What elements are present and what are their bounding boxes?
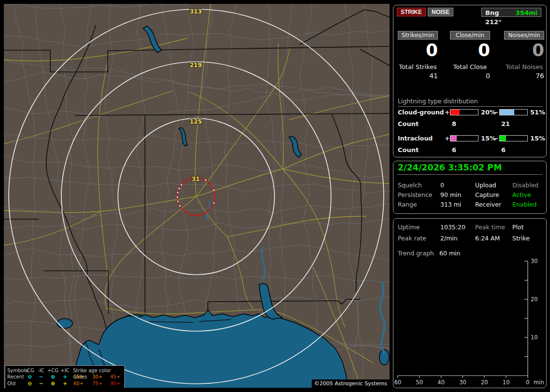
plus-sign: + bbox=[445, 109, 449, 116]
svg-text:10: 10 bbox=[531, 334, 538, 341]
strike-toggle-button[interactable]: STRIKE bbox=[397, 8, 426, 16]
pos-ic-old-icon: + bbox=[58, 380, 72, 387]
trend-graph: 1020306050403020100min bbox=[393, 219, 546, 387]
plus-sign: + bbox=[445, 135, 449, 142]
svg-text:30: 30 bbox=[459, 379, 466, 386]
receiver-label: Receiver bbox=[475, 201, 501, 208]
minus-sign: − bbox=[493, 135, 498, 142]
squelch-label: Squelch bbox=[398, 182, 422, 189]
age-75: 75+ bbox=[92, 380, 102, 387]
neg-ic-recent-icon: − bbox=[35, 374, 47, 380]
legend-col-neg-ic: -IC bbox=[35, 367, 47, 374]
receiver-status: Enabled bbox=[512, 201, 537, 208]
total-close-label: Total Close bbox=[450, 63, 490, 70]
ic-minus-bar bbox=[499, 135, 528, 141]
cg-minus-bar bbox=[499, 109, 528, 115]
strikes-per-min-chip[interactable]: Strikes/min bbox=[398, 31, 438, 40]
upload-label: Upload bbox=[475, 182, 496, 189]
svg-text:min: min bbox=[534, 379, 544, 386]
ring-label-219: 219 bbox=[189, 62, 202, 69]
neg-cg-old-icon: ⊖ bbox=[24, 380, 36, 387]
legend-col-pos-ic: +IC bbox=[58, 367, 72, 374]
bearing-readout: Bng 212° 354mi bbox=[481, 8, 541, 17]
strikes-per-min-value: 0 bbox=[398, 42, 438, 58]
datetime-display: 2/24/2026 3:35:02 PM bbox=[398, 163, 502, 172]
cg-minus-count: 21 bbox=[501, 120, 510, 127]
cg-plus-bar bbox=[450, 109, 478, 115]
range-row: Range 313 mi Receiver Enabled bbox=[398, 201, 543, 208]
copyright-notice: ©2005 Astrogenic Systems bbox=[312, 379, 390, 388]
total-close-value: 0 bbox=[450, 72, 490, 80]
svg-text:20: 20 bbox=[531, 296, 538, 303]
ring-label-313: 313 bbox=[189, 8, 202, 15]
ic-plus-bar bbox=[450, 135, 478, 141]
squelch-value: 0 bbox=[440, 182, 444, 189]
small-lake bbox=[57, 319, 72, 328]
total-strikes-value: 41 bbox=[398, 72, 438, 80]
legend-recent-row: Recent ⊖ − ⊕ + 15+ 30+ 45+ bbox=[5, 374, 124, 380]
legend-col-neg-cg: -CG bbox=[24, 367, 36, 374]
pos-cg-recent-icon: ⊕ bbox=[46, 374, 59, 380]
noises-per-min-chip[interactable]: Noises/min bbox=[504, 31, 544, 40]
legend-old-row: Old ⊖ − ⊕ + 60+ 75+ 90+ bbox=[5, 380, 124, 387]
age-15: 15+ bbox=[73, 374, 84, 380]
cloud-ground-row: Cloud-ground + 20% − 51% bbox=[398, 109, 543, 116]
persistence-value: 90 min bbox=[440, 191, 461, 198]
trend-panel: Uptime 1035:20 Peak time Plot Peak rate … bbox=[393, 218, 547, 388]
intracloud-label: Intracloud bbox=[398, 135, 433, 142]
ic-minus-pct: 15% bbox=[530, 135, 545, 142]
range-label: Range bbox=[398, 201, 417, 208]
squelch-row: Squelch 0 Upload Disabled bbox=[398, 182, 543, 189]
ring-label-125: 125 bbox=[189, 118, 202, 125]
lightning-map[interactable]: 313 219 125 31 Symbols -CG -IC +CG +IC S… bbox=[4, 4, 390, 388]
ic-plus-count: 6 bbox=[452, 146, 456, 154]
pos-cg-old-icon: ⊕ bbox=[46, 380, 59, 387]
bearing-value: Bng 212° bbox=[485, 8, 516, 16]
noises-per-min-value: 0 bbox=[504, 42, 544, 58]
legend-old-label: Old bbox=[7, 380, 15, 387]
settings-panel: 2/24/2026 3:35:02 PM Squelch 0 Upload Di… bbox=[393, 161, 547, 214]
svg-text:10: 10 bbox=[503, 379, 510, 386]
ring-label-31: 31 bbox=[192, 176, 200, 182]
cloud-ground-label: Cloud-ground bbox=[398, 109, 444, 116]
legend-col-pos-cg: +CG bbox=[46, 367, 59, 374]
ic-minus-count: 6 bbox=[501, 146, 506, 154]
age-30: 30+ bbox=[92, 374, 102, 380]
bearing-range: 354mi bbox=[516, 8, 537, 16]
neg-ic-old-icon: − bbox=[35, 380, 47, 387]
map-legend: Symbols -CG -IC +CG +IC Strike age color… bbox=[5, 365, 125, 388]
total-strikes-label: Total Strikes bbox=[398, 63, 438, 70]
close-per-min-chip[interactable]: Close/min bbox=[450, 31, 490, 40]
svg-text:20: 20 bbox=[481, 379, 488, 386]
minus-sign: − bbox=[493, 109, 498, 116]
svg-text:50: 50 bbox=[416, 379, 423, 386]
cg-plus-count: 8 bbox=[452, 120, 456, 127]
nexstorm-window: 313 219 125 31 Symbols -CG -IC +CG +IC S… bbox=[0, 0, 550, 392]
close-per-min-value: 0 bbox=[450, 42, 490, 58]
age-90: 90+ bbox=[110, 380, 120, 387]
noise-toggle-button[interactable]: NOISE bbox=[428, 8, 453, 16]
svg-text:40: 40 bbox=[437, 379, 445, 386]
distribution-title: Lightning type distribution bbox=[398, 98, 543, 107]
total-noises-label: Total Noises bbox=[504, 63, 544, 70]
capture-status: Active bbox=[512, 191, 531, 198]
intracloud-row: Intracloud + 15% − 15% bbox=[398, 135, 543, 142]
legend-recent-label: Recent bbox=[7, 374, 24, 380]
svg-text:30: 30 bbox=[531, 258, 538, 265]
divider bbox=[397, 174, 543, 175]
total-noises-value: 76 bbox=[504, 72, 544, 80]
age-60: 60+ bbox=[73, 380, 84, 387]
persistence-row: Persistence 90 min Capture Active bbox=[398, 191, 543, 198]
persistence-label: Persistence bbox=[398, 191, 433, 198]
neg-cg-recent-icon: ⊖ bbox=[24, 374, 36, 380]
range-value: 313 mi bbox=[440, 201, 461, 208]
svg-text:60: 60 bbox=[394, 379, 402, 386]
age-45: 45+ bbox=[110, 374, 120, 380]
legend-header-row: Symbols -CG -IC +CG +IC Strike age color… bbox=[5, 367, 124, 374]
svg-text:0: 0 bbox=[526, 379, 529, 386]
pos-ic-recent-icon: + bbox=[58, 374, 72, 380]
count-label: Count bbox=[398, 120, 419, 127]
map-canvas: 313 219 125 31 bbox=[4, 4, 390, 388]
capture-label: Capture bbox=[475, 191, 499, 198]
cg-minus-pct: 51% bbox=[530, 109, 545, 116]
